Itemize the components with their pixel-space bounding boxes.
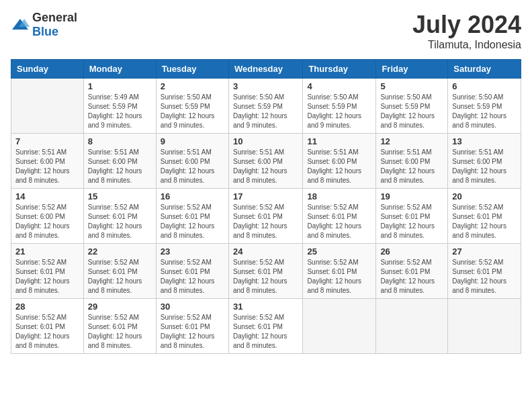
table-row: 29Sunrise: 5:52 AMSunset: 6:01 PMDayligh… [83,299,156,354]
day-info: Sunrise: 5:50 AMSunset: 5:59 PMDaylight:… [380,93,443,130]
table-row: 6Sunrise: 5:50 AMSunset: 5:59 PMDaylight… [448,79,521,134]
table-row: 8Sunrise: 5:51 AMSunset: 6:00 PMDaylight… [83,134,156,189]
table-row: 25Sunrise: 5:52 AMSunset: 6:01 PMDayligh… [303,244,376,299]
day-number: 28 [15,302,79,312]
table-row: 3Sunrise: 5:50 AMSunset: 5:59 PMDaylight… [228,79,302,134]
header-monday: Monday [83,60,156,79]
day-number: 10 [233,136,298,146]
day-info: Sunrise: 5:51 AMSunset: 6:00 PMDaylight:… [15,148,79,185]
table-row: 10Sunrise: 5:51 AMSunset: 6:00 PMDayligh… [228,134,302,189]
header-thursday: Thursday [303,60,376,79]
table-row [448,299,521,354]
day-info: Sunrise: 5:52 AMSunset: 6:01 PMDaylight:… [161,313,224,351]
day-info: Sunrise: 5:52 AMSunset: 6:01 PMDaylight:… [380,203,443,240]
logo-blue: Blue [32,25,58,38]
table-row: 30Sunrise: 5:52 AMSunset: 6:01 PMDayligh… [156,299,228,354]
day-number: 9 [161,136,224,146]
day-number: 27 [452,246,517,257]
day-info: Sunrise: 5:50 AMSunset: 5:59 PMDaylight:… [452,93,517,130]
day-info: Sunrise: 5:52 AMSunset: 6:01 PMDaylight:… [233,203,298,240]
day-info: Sunrise: 5:52 AMSunset: 6:01 PMDaylight:… [161,258,224,295]
table-row: 23Sunrise: 5:52 AMSunset: 6:01 PMDayligh… [156,244,228,299]
table-row: 18Sunrise: 5:52 AMSunset: 6:01 PMDayligh… [303,189,376,244]
day-number: 16 [161,191,224,201]
table-row [376,299,448,354]
day-number: 8 [88,136,152,146]
table-row: 9Sunrise: 5:51 AMSunset: 6:00 PMDaylight… [156,134,228,189]
day-info: Sunrise: 5:52 AMSunset: 6:01 PMDaylight:… [233,258,298,295]
day-number: 24 [233,246,298,257]
table-row: 7Sunrise: 5:51 AMSunset: 6:00 PMDaylight… [11,134,84,189]
table-row: 21Sunrise: 5:52 AMSunset: 6:01 PMDayligh… [11,244,84,299]
day-number: 19 [380,191,443,201]
day-info: Sunrise: 5:52 AMSunset: 6:01 PMDaylight:… [88,203,152,240]
day-number: 26 [380,246,443,257]
day-info: Sunrise: 5:52 AMSunset: 6:01 PMDaylight:… [452,258,517,295]
day-info: Sunrise: 5:52 AMSunset: 6:01 PMDaylight:… [88,313,152,351]
calendar-table: Sunday Monday Tuesday Wednesday Thursday… [11,59,521,354]
logo-icon [11,17,30,32]
table-row: 1Sunrise: 5:49 AMSunset: 5:59 PMDaylight… [83,79,156,134]
table-row: 17Sunrise: 5:52 AMSunset: 6:01 PMDayligh… [228,189,302,244]
day-number: 2 [161,81,224,91]
day-number: 13 [452,136,517,146]
header-friday: Friday [376,60,448,79]
header-tuesday: Tuesday [156,60,228,79]
day-info: Sunrise: 5:52 AMSunset: 6:01 PMDaylight:… [452,203,517,240]
day-number: 18 [307,191,371,201]
day-info: Sunrise: 5:52 AMSunset: 6:01 PMDaylight:… [307,258,371,295]
day-info: Sunrise: 5:51 AMSunset: 6:00 PMDaylight:… [88,148,152,185]
page-header: General Blue July 2024 Tilamuta, Indones… [11,11,521,51]
day-info: Sunrise: 5:52 AMSunset: 6:01 PMDaylight:… [15,258,79,295]
table-row: 2Sunrise: 5:50 AMSunset: 5:59 PMDaylight… [156,79,228,134]
day-info: Sunrise: 5:51 AMSunset: 6:00 PMDaylight:… [161,148,224,185]
header-sunday: Sunday [11,60,84,79]
day-number: 29 [88,302,152,312]
day-info: Sunrise: 5:51 AMSunset: 6:00 PMDaylight:… [452,148,517,185]
day-info: Sunrise: 5:51 AMSunset: 6:00 PMDaylight:… [307,148,371,185]
day-number: 3 [233,81,298,91]
table-row [11,79,84,134]
day-info: Sunrise: 5:52 AMSunset: 6:01 PMDaylight:… [233,313,298,351]
table-row: 11Sunrise: 5:51 AMSunset: 6:00 PMDayligh… [303,134,376,189]
day-number: 1 [88,81,152,91]
day-info: Sunrise: 5:49 AMSunset: 5:59 PMDaylight:… [88,93,152,130]
day-info: Sunrise: 5:51 AMSunset: 6:00 PMDaylight:… [380,148,443,185]
day-number: 31 [233,302,298,312]
day-number: 4 [307,81,371,91]
day-number: 21 [15,246,79,257]
table-row: 12Sunrise: 5:51 AMSunset: 6:00 PMDayligh… [376,134,448,189]
calendar-week-row: 7Sunrise: 5:51 AMSunset: 6:00 PMDaylight… [11,134,521,189]
title-block: July 2024 Tilamuta, Indonesia [412,11,521,51]
day-info: Sunrise: 5:52 AMSunset: 6:01 PMDaylight:… [307,203,371,240]
day-number: 5 [380,81,443,91]
day-info: Sunrise: 5:52 AMSunset: 6:01 PMDaylight:… [161,203,224,240]
table-row: 27Sunrise: 5:52 AMSunset: 6:01 PMDayligh… [448,244,521,299]
day-info: Sunrise: 5:52 AMSunset: 6:00 PMDaylight:… [15,203,79,240]
calendar-week-row: 21Sunrise: 5:52 AMSunset: 6:01 PMDayligh… [11,244,521,299]
logo-text: General Blue [32,11,77,39]
day-info: Sunrise: 5:50 AMSunset: 5:59 PMDaylight:… [307,93,371,130]
day-number: 15 [88,191,152,201]
day-number: 23 [161,246,224,257]
day-info: Sunrise: 5:52 AMSunset: 6:01 PMDaylight:… [15,313,79,351]
table-row: 26Sunrise: 5:52 AMSunset: 6:01 PMDayligh… [376,244,448,299]
day-info: Sunrise: 5:50 AMSunset: 5:59 PMDaylight:… [161,93,224,130]
table-row: 19Sunrise: 5:52 AMSunset: 6:01 PMDayligh… [376,189,448,244]
day-number: 17 [233,191,298,201]
table-row: 13Sunrise: 5:51 AMSunset: 6:00 PMDayligh… [448,134,521,189]
day-number: 20 [452,191,517,201]
table-row [303,299,376,354]
table-row: 16Sunrise: 5:52 AMSunset: 6:01 PMDayligh… [156,189,228,244]
logo: General Blue [11,11,77,39]
day-info: Sunrise: 5:52 AMSunset: 6:01 PMDaylight:… [88,258,152,295]
day-info: Sunrise: 5:51 AMSunset: 6:00 PMDaylight:… [233,148,298,185]
table-row: 15Sunrise: 5:52 AMSunset: 6:01 PMDayligh… [83,189,156,244]
calendar-week-row: 1Sunrise: 5:49 AMSunset: 5:59 PMDaylight… [11,79,521,134]
table-row: 4Sunrise: 5:50 AMSunset: 5:59 PMDaylight… [303,79,376,134]
day-number: 6 [452,81,517,91]
day-number: 14 [15,191,79,201]
location-subtitle: Tilamuta, Indonesia [412,39,521,51]
header-wednesday: Wednesday [228,60,302,79]
table-row: 5Sunrise: 5:50 AMSunset: 5:59 PMDaylight… [376,79,448,134]
